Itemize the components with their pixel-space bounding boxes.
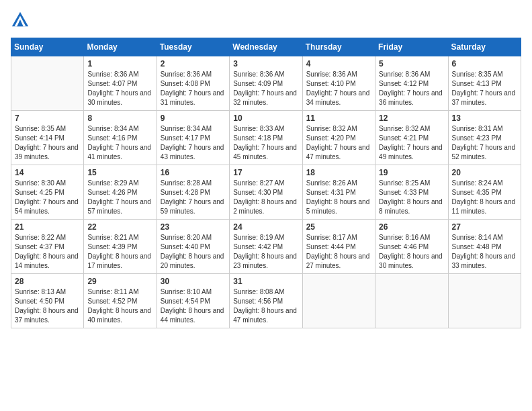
day-info: Sunrise: 8:33 AMSunset: 4:18 PMDaylight:…	[233, 124, 298, 162]
day-number: 18	[306, 168, 371, 177]
day-cell: 6Sunrise: 8:35 AMSunset: 4:13 PMDaylight…	[448, 56, 521, 111]
day-info: Sunrise: 8:35 AMSunset: 4:14 PMDaylight:…	[15, 124, 80, 162]
day-number: 16	[161, 168, 226, 177]
day-cell: 21Sunrise: 8:22 AMSunset: 4:37 PMDayligh…	[11, 220, 84, 274]
header-row: SundayMondayTuesdayWednesdayThursdayFrid…	[11, 38, 521, 56]
day-cell: 26Sunrise: 8:16 AMSunset: 4:46 PMDayligh…	[375, 220, 448, 274]
day-info: Sunrise: 8:36 AMSunset: 4:10 PMDaylight:…	[306, 70, 371, 107]
header-day-monday: Monday	[84, 38, 157, 56]
week-row-4: 21Sunrise: 8:22 AMSunset: 4:37 PMDayligh…	[11, 220, 521, 274]
day-cell: 29Sunrise: 8:11 AMSunset: 4:52 PMDayligh…	[84, 274, 157, 328]
day-info: Sunrise: 8:36 AMSunset: 4:09 PMDaylight:…	[233, 70, 298, 107]
day-info: Sunrise: 8:29 AMSunset: 4:26 PMDaylight:…	[87, 179, 152, 216]
day-info: Sunrise: 8:36 AMSunset: 4:07 PMDaylight:…	[87, 70, 152, 107]
day-cell: 23Sunrise: 8:20 AMSunset: 4:40 PMDayligh…	[157, 220, 229, 274]
day-cell: 27Sunrise: 8:14 AMSunset: 4:48 PMDayligh…	[448, 220, 521, 274]
calendar-container: SundayMondayTuesdayWednesdayThursdayFrid…	[0, 0, 532, 335]
day-cell: 5Sunrise: 8:36 AMSunset: 4:12 PMDaylight…	[375, 56, 448, 111]
day-number: 2	[161, 59, 226, 68]
day-number: 20	[452, 168, 517, 177]
day-info: Sunrise: 8:16 AMSunset: 4:46 PMDaylight:…	[379, 233, 444, 271]
day-number: 28	[15, 277, 80, 286]
day-info: Sunrise: 8:27 AMSunset: 4:30 PMDaylight:…	[233, 179, 298, 216]
logo-icon	[11, 11, 30, 30]
day-cell	[302, 274, 375, 328]
week-row-2: 7Sunrise: 8:35 AMSunset: 4:14 PMDaylight…	[11, 111, 521, 165]
day-info: Sunrise: 8:10 AMSunset: 4:54 PMDaylight:…	[161, 287, 226, 325]
day-info: Sunrise: 8:20 AMSunset: 4:40 PMDaylight:…	[161, 233, 226, 271]
day-number: 30	[161, 277, 226, 286]
day-info: Sunrise: 8:28 AMSunset: 4:28 PMDaylight:…	[161, 179, 226, 216]
logo	[11, 11, 31, 30]
day-number: 12	[379, 113, 444, 123]
day-info: Sunrise: 8:13 AMSunset: 4:50 PMDaylight:…	[15, 287, 80, 325]
day-info: Sunrise: 8:31 AMSunset: 4:23 PMDaylight:…	[452, 124, 517, 162]
day-number: 24	[233, 222, 298, 232]
day-info: Sunrise: 8:11 AMSunset: 4:52 PMDaylight:…	[87, 287, 152, 325]
day-cell	[11, 56, 84, 111]
day-number: 29	[87, 277, 152, 286]
day-number: 31	[233, 277, 298, 286]
header	[11, 11, 521, 30]
day-info: Sunrise: 8:36 AMSunset: 4:12 PMDaylight:…	[379, 70, 444, 107]
day-cell: 9Sunrise: 8:34 AMSunset: 4:17 PMDaylight…	[157, 111, 229, 165]
header-day-friday: Friday	[375, 38, 448, 56]
day-cell: 10Sunrise: 8:33 AMSunset: 4:18 PMDayligh…	[230, 111, 302, 165]
day-number: 21	[15, 222, 80, 232]
day-info: Sunrise: 8:25 AMSunset: 4:33 PMDaylight:…	[379, 179, 444, 216]
day-cell	[375, 274, 448, 328]
day-cell: 8Sunrise: 8:34 AMSunset: 4:16 PMDaylight…	[84, 111, 157, 165]
day-info: Sunrise: 8:32 AMSunset: 4:20 PMDaylight:…	[306, 124, 371, 162]
day-cell: 4Sunrise: 8:36 AMSunset: 4:10 PMDaylight…	[302, 56, 375, 111]
week-row-5: 28Sunrise: 8:13 AMSunset: 4:50 PMDayligh…	[11, 274, 521, 328]
day-info: Sunrise: 8:36 AMSunset: 4:08 PMDaylight:…	[161, 70, 226, 107]
day-cell: 1Sunrise: 8:36 AMSunset: 4:07 PMDaylight…	[84, 56, 157, 111]
day-info: Sunrise: 8:24 AMSunset: 4:35 PMDaylight:…	[452, 179, 517, 216]
day-cell: 14Sunrise: 8:30 AMSunset: 4:25 PMDayligh…	[11, 165, 84, 220]
day-number: 22	[87, 222, 152, 232]
day-number: 1	[87, 59, 152, 68]
day-cell: 3Sunrise: 8:36 AMSunset: 4:09 PMDaylight…	[230, 56, 302, 111]
header-day-tuesday: Tuesday	[157, 38, 229, 56]
day-info: Sunrise: 8:22 AMSunset: 4:37 PMDaylight:…	[15, 233, 80, 271]
day-number: 23	[161, 222, 226, 232]
day-info: Sunrise: 8:35 AMSunset: 4:13 PMDaylight:…	[452, 70, 517, 107]
day-info: Sunrise: 8:19 AMSunset: 4:42 PMDaylight:…	[233, 233, 298, 271]
day-cell: 16Sunrise: 8:28 AMSunset: 4:28 PMDayligh…	[157, 165, 229, 220]
week-row-1: 1Sunrise: 8:36 AMSunset: 4:07 PMDaylight…	[11, 56, 521, 111]
day-cell: 11Sunrise: 8:32 AMSunset: 4:20 PMDayligh…	[302, 111, 375, 165]
day-cell: 20Sunrise: 8:24 AMSunset: 4:35 PMDayligh…	[448, 165, 521, 220]
day-number: 8	[87, 113, 152, 123]
day-cell: 12Sunrise: 8:32 AMSunset: 4:21 PMDayligh…	[375, 111, 448, 165]
day-info: Sunrise: 8:17 AMSunset: 4:44 PMDaylight:…	[306, 233, 371, 271]
day-cell: 31Sunrise: 8:08 AMSunset: 4:56 PMDayligh…	[230, 274, 302, 328]
day-cell: 18Sunrise: 8:26 AMSunset: 4:31 PMDayligh…	[302, 165, 375, 220]
week-row-3: 14Sunrise: 8:30 AMSunset: 4:25 PMDayligh…	[11, 165, 521, 220]
day-info: Sunrise: 8:21 AMSunset: 4:39 PMDaylight:…	[87, 233, 152, 271]
day-number: 7	[15, 113, 80, 123]
header-day-saturday: Saturday	[448, 38, 521, 56]
calendar-table: SundayMondayTuesdayWednesdayThursdayFrid…	[11, 38, 521, 328]
header-day-thursday: Thursday	[302, 38, 375, 56]
day-number: 25	[306, 222, 371, 232]
header-day-wednesday: Wednesday	[230, 38, 302, 56]
day-cell	[448, 274, 521, 328]
day-number: 4	[306, 59, 371, 68]
day-cell: 24Sunrise: 8:19 AMSunset: 4:42 PMDayligh…	[230, 220, 302, 274]
day-info: Sunrise: 8:30 AMSunset: 4:25 PMDaylight:…	[15, 179, 80, 216]
day-cell: 19Sunrise: 8:25 AMSunset: 4:33 PMDayligh…	[375, 165, 448, 220]
day-cell: 25Sunrise: 8:17 AMSunset: 4:44 PMDayligh…	[302, 220, 375, 274]
day-number: 19	[379, 168, 444, 177]
day-number: 3	[233, 59, 298, 68]
day-cell: 30Sunrise: 8:10 AMSunset: 4:54 PMDayligh…	[157, 274, 229, 328]
day-cell: 15Sunrise: 8:29 AMSunset: 4:26 PMDayligh…	[84, 165, 157, 220]
day-number: 13	[452, 113, 517, 123]
day-cell: 22Sunrise: 8:21 AMSunset: 4:39 PMDayligh…	[84, 220, 157, 274]
day-number: 15	[87, 168, 152, 177]
header-day-sunday: Sunday	[11, 38, 84, 56]
day-number: 10	[233, 113, 298, 123]
day-number: 17	[233, 168, 298, 177]
day-cell: 2Sunrise: 8:36 AMSunset: 4:08 PMDaylight…	[157, 56, 229, 111]
day-cell: 7Sunrise: 8:35 AMSunset: 4:14 PMDaylight…	[11, 111, 84, 165]
day-cell: 28Sunrise: 8:13 AMSunset: 4:50 PMDayligh…	[11, 274, 84, 328]
